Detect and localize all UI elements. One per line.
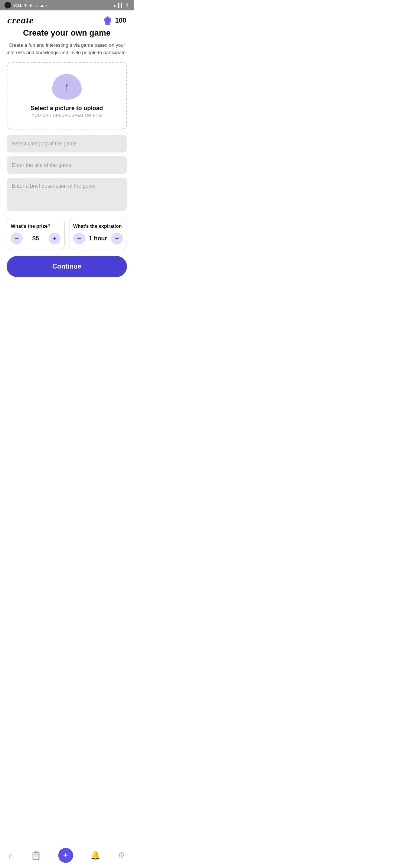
status-time: 9:31 xyxy=(13,3,22,7)
wifi-signal-icon: ▲ xyxy=(113,3,117,7)
sd-icon: ▭ xyxy=(35,3,38,7)
prize-increment-button[interactable]: + xyxy=(49,233,61,244)
gem-icon xyxy=(102,15,113,26)
upload-arrow-icon: ↑ xyxy=(64,80,70,93)
settings-status-icon: ⚙ xyxy=(29,3,32,7)
signal-bars-icon: ▌▌ xyxy=(118,3,123,7)
expiration-controls: − 1 hour + xyxy=(73,233,123,244)
upload-cloud-icon: ↑ xyxy=(52,74,82,100)
title-input[interactable] xyxy=(7,156,127,174)
continue-button[interactable]: Continue xyxy=(7,256,127,277)
gem-badge: 100 xyxy=(102,15,126,26)
page-title: Create your own game xyxy=(7,28,127,38)
page-subtitle: Create a fun and interesting trivia game… xyxy=(7,42,127,56)
main-content: Create your own game Create a fun and in… xyxy=(0,28,134,312)
status-bar: 9:31 ✻ ⚙ ▭ ☁ • ▲ ▌▌ 🔋 xyxy=(0,0,134,10)
app-logo: create xyxy=(7,15,34,26)
battery-icon: 🔋 xyxy=(125,3,129,7)
wifi-icon: ✻ xyxy=(24,3,27,7)
expiration-card: What's the expiration − 1 hour + xyxy=(69,218,127,250)
gem-count: 100 xyxy=(115,17,126,24)
upload-main-text: Select a picture to upload xyxy=(31,105,103,112)
expiration-decrement-button[interactable]: − xyxy=(73,233,85,244)
prize-value: $5 xyxy=(32,235,39,242)
cloud-icon: ☁ xyxy=(40,3,44,7)
expiration-increment-button[interactable]: + xyxy=(111,233,123,244)
upload-sub-text: YOU CAN UPLOAD JPEG OR PNG xyxy=(32,113,102,118)
prize-controls: − $5 + xyxy=(11,233,61,244)
description-input[interactable] xyxy=(7,178,127,211)
camera-notch xyxy=(4,2,11,9)
upload-area[interactable]: ↑ Select a picture to upload YOU CAN UPL… xyxy=(7,62,127,129)
prize-card: What's the prize? − $5 + xyxy=(7,218,65,250)
prize-decrement-button[interactable]: − xyxy=(11,233,23,244)
prize-label: What's the prize? xyxy=(11,223,61,229)
status-right-icons: ▲ ▌▌ 🔋 xyxy=(113,3,129,7)
dot-icon: • xyxy=(46,3,48,7)
prize-expiration-row: What's the prize? − $5 + What's the expi… xyxy=(7,218,127,250)
header: create 100 xyxy=(0,10,134,28)
category-input[interactable] xyxy=(7,135,127,152)
expiration-value: 1 hour xyxy=(89,235,107,242)
expiration-label: What's the expiration xyxy=(73,223,123,229)
